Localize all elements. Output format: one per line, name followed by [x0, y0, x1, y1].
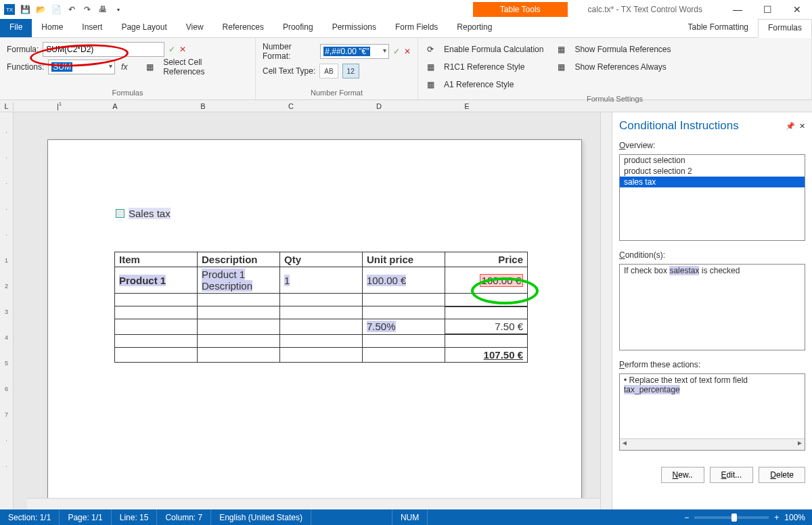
list-item[interactable]: product selection [620, 155, 805, 166]
table-row[interactable]: 7.50%7.50 € [115, 319, 528, 335]
cell-tax-pct[interactable]: 7.50% [367, 321, 396, 332]
actions-box[interactable]: • Replace the text of text form field ta… [619, 373, 805, 451]
r1c1-icon: ▦ [425, 62, 436, 72]
table-row[interactable] [115, 334, 528, 347]
cell-item[interactable]: Product 1 [119, 275, 166, 286]
sales-tax-checkbox-row: Sales tax [116, 208, 171, 219]
show-formula-refs-button[interactable]: Show Formula References [570, 42, 675, 57]
zoom-out-icon[interactable]: − [684, 513, 689, 522]
select-cell-refs-button[interactable]: Select Cell References [159, 60, 248, 74]
cell-price[interactable]: 100.00 € [480, 274, 523, 287]
ribbon-group-formula-settings: ⟳Enable Formula Calculation ▦R1C1 Refere… [418, 38, 812, 99]
panel-title: Conditional Instructions [619, 119, 739, 133]
tab-home[interactable]: Home [32, 19, 72, 37]
act-text-field: tax_percentage [624, 385, 680, 394]
conditions-label: Condition(s): [619, 249, 805, 261]
status-language[interactable]: English (United States) [211, 509, 311, 525]
sales-tax-label: Sales tax [129, 208, 171, 219]
functions-label: Functions: [7, 62, 44, 72]
ruler-corner: L [0, 102, 14, 110]
context-tab-label: Table Tools [473, 2, 568, 17]
edit-button[interactable]: Edit... [710, 467, 754, 483]
show-refs-always-button[interactable]: Show References Always [570, 60, 670, 74]
maximize-button[interactable]: ☐ [752, 0, 782, 19]
sales-tax-checkbox[interactable] [116, 209, 125, 218]
cell-total[interactable]: 107.50 € [445, 347, 528, 362]
fx-icon[interactable]: fx [119, 62, 130, 72]
a1-icon: ▦ [425, 79, 436, 90]
vertical-ruler: ···· ·123 4567 ·· [0, 112, 14, 509]
actions-label: Perform these actions: [619, 359, 805, 371]
close-button[interactable]: ✕ [782, 0, 812, 19]
a1-style-button[interactable]: A1 Reference Style [440, 77, 518, 92]
overview-listbox[interactable]: product selection product selection 2 sa… [619, 154, 805, 241]
enable-formula-calc-button[interactable]: Enable Formula Calculation [440, 42, 547, 57]
qat-dropdown-icon[interactable]: ▾ [112, 3, 125, 16]
undo-icon[interactable]: ↶ [65, 3, 78, 16]
vertical-scrollbar[interactable] [600, 112, 612, 509]
table-row[interactable] [115, 306, 528, 319]
functions-combo[interactable]: SUM [48, 60, 115, 74]
tab-table-formatting[interactable]: Table Formatting [679, 19, 758, 37]
table-row[interactable]: Product 1 Product 1 Description 1 100.00… [115, 267, 528, 294]
zoom-value[interactable]: 100% [784, 513, 805, 522]
status-bar: Section: 1/1 Page: 1/1 Line: 15 Column: … [0, 509, 812, 525]
tab-references[interactable]: References [213, 19, 273, 37]
tab-reporting[interactable]: Reporting [447, 19, 501, 37]
cell-qty[interactable]: 1 [284, 275, 290, 286]
zoom-slider[interactable] [694, 516, 769, 519]
status-line: Line: 15 [112, 509, 158, 525]
tab-form-fields[interactable]: Form Fields [386, 19, 447, 37]
title-bar: TX 💾 📂 📄 ↶ ↷ 🖶 ▾ Table Tools calc.tx* - … [0, 0, 812, 19]
cell-text-type-number-button[interactable]: 12 [342, 64, 359, 78]
conditions-box[interactable]: If check box salestax is checked [619, 264, 805, 350]
tab-insert[interactable]: Insert [72, 19, 112, 37]
group-label-formulas: Formulas [7, 89, 248, 98]
tab-file[interactable]: File [0, 19, 32, 37]
actions-scrollbar[interactable]: ◄► [620, 438, 805, 450]
quick-access-toolbar: TX 💾 📂 📄 ↶ ↷ 🖶 ▾ [0, 3, 125, 16]
status-section: Section: 1/1 [0, 509, 60, 525]
panel-pin-icon[interactable]: 📌 [786, 122, 795, 131]
list-item[interactable]: product selection 2 [620, 166, 805, 177]
calc-icon: ⟳ [425, 44, 436, 55]
zoom-in-icon[interactable]: + [774, 513, 779, 522]
formula-accept-icon[interactable]: ✓ [168, 45, 175, 54]
tab-permissions[interactable]: Permissions [323, 19, 386, 37]
col-e: E [423, 102, 511, 110]
number-format-combo[interactable]: #,##0.00 "€" [320, 44, 389, 59]
app-title: calc.tx* - TX Text Control Words [568, 5, 723, 14]
cell-unit-price[interactable]: 100.00 € [367, 275, 406, 286]
minimize-button[interactable]: — [723, 0, 752, 19]
tab-view[interactable]: View [177, 19, 213, 37]
new-icon[interactable]: 📄 [49, 3, 63, 16]
list-item-selected[interactable]: sales tax [620, 177, 805, 187]
cell-text-type-text-button[interactable]: AB [319, 64, 338, 78]
table-row[interactable]: 107.50 € [115, 347, 528, 362]
conditional-instructions-panel: Conditional Instructions 📌 ✕ OOverview:v… [612, 112, 812, 509]
document-page: Sales tax Item Description Qty Unit pric… [47, 139, 582, 509]
document-canvas[interactable]: Sales tax Item Description Qty Unit pric… [14, 112, 600, 509]
cell-desc[interactable]: Product 1 Description [202, 269, 252, 292]
print-icon[interactable]: 🖶 [96, 3, 110, 16]
open-icon[interactable]: 📂 [34, 3, 47, 16]
cond-text-post: is checked [699, 266, 740, 275]
panel-close-icon[interactable]: ✕ [799, 122, 805, 131]
tab-page-layout[interactable]: Page Layout [112, 19, 176, 37]
price-table[interactable]: Item Description Qty Unit price Price Pr… [114, 252, 528, 363]
redo-icon[interactable]: ↷ [81, 3, 94, 16]
new-button[interactable]: New.. [661, 467, 704, 483]
horizontal-scrollbar[interactable] [27, 498, 600, 509]
nf-accept-icon[interactable]: ✓ [393, 47, 400, 56]
delete-button[interactable]: Delete [759, 467, 805, 483]
table-row[interactable] [115, 294, 528, 306]
overview-label: OOverview:verview: [619, 139, 805, 152]
nf-cancel-icon[interactable]: ✕ [404, 47, 411, 56]
tab-proofing[interactable]: Proofing [273, 19, 323, 37]
tab-formulas[interactable]: Formulas [758, 19, 812, 38]
formula-input[interactable] [43, 42, 164, 57]
cell-tax-val[interactable]: 7.50 € [445, 319, 528, 335]
formula-cancel-icon[interactable]: ✕ [179, 45, 186, 54]
save-icon[interactable]: 💾 [18, 3, 32, 16]
r1c1-style-button[interactable]: R1C1 Reference Style [440, 60, 528, 74]
